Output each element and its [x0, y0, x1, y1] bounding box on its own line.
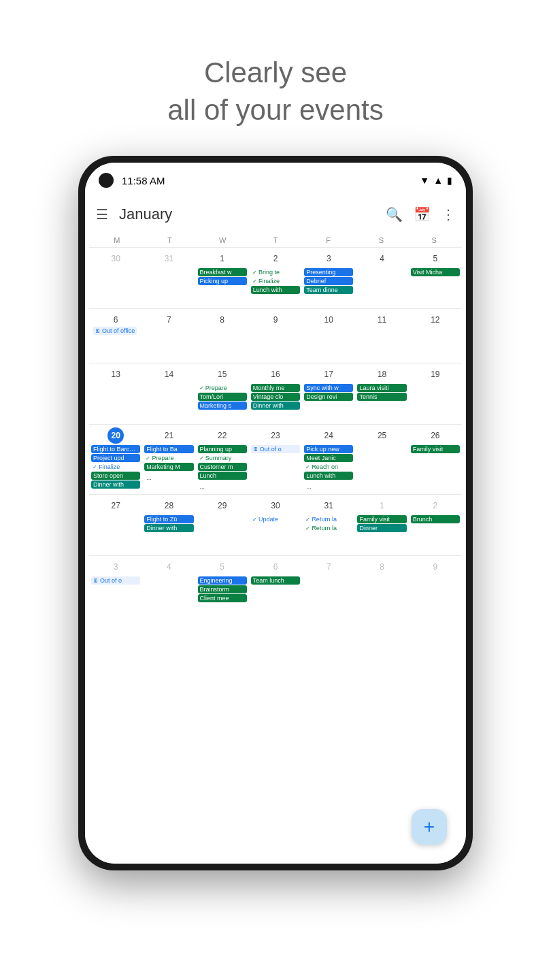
- day-1[interactable]: 1 Breakfast w Picking up: [196, 248, 249, 308]
- day-4-next[interactable]: 4: [142, 556, 195, 610]
- calendar-icon[interactable]: 📅: [414, 206, 431, 223]
- event-flight-ba[interactable]: Flight to Ba: [144, 445, 193, 453]
- day-20[interactable]: 20 Flight to Barcelona Project upd Final…: [89, 425, 142, 494]
- event-brunch[interactable]: Brunch: [411, 515, 460, 523]
- day-30-prev[interactable]: 30: [89, 248, 142, 308]
- event-brainstorm[interactable]: Brainstorm: [198, 585, 247, 593]
- event-meet-janic[interactable]: Meet Janic: [304, 454, 353, 462]
- day-22[interactable]: 22 Planning up Summary Customer m Lunch …: [196, 425, 249, 494]
- day-31-prev[interactable]: 31: [142, 248, 195, 308]
- event-team-lunch[interactable]: Team lunch: [251, 576, 300, 585]
- day-5-next[interactable]: 5 Engineering Brainstorm Client mee: [196, 556, 249, 610]
- event-flight-barcelona[interactable]: Flight to Barcelona: [91, 445, 140, 453]
- more-22[interactable]: ···: [198, 484, 207, 492]
- more-icon[interactable]: ⋮: [441, 206, 455, 223]
- event-finalize1[interactable]: Finalize: [251, 277, 300, 285]
- day-31[interactable]: 31 Return la Return la: [302, 495, 355, 555]
- event-team-dinner[interactable]: Team dinne: [304, 286, 353, 294]
- event-finalize2[interactable]: Finalize: [91, 463, 140, 471]
- day-29[interactable]: 29: [196, 495, 249, 555]
- more-24[interactable]: ···: [304, 484, 314, 492]
- event-prepare2[interactable]: Prepare: [144, 454, 193, 462]
- day-9-next[interactable]: 9: [409, 556, 462, 610]
- day-26[interactable]: 26 Family visit: [409, 425, 462, 494]
- event-bring[interactable]: Bring te: [251, 268, 300, 276]
- event-return[interactable]: Return la: [304, 515, 353, 523]
- day-2-next[interactable]: 2 Brunch: [409, 495, 462, 555]
- day-13[interactable]: 13: [89, 363, 142, 424]
- day-24[interactable]: 24 Pick up new Meet Janic Reach on Lunch…: [302, 425, 355, 494]
- event-pickup[interactable]: Pick up new: [304, 445, 353, 453]
- event-presenting[interactable]: Presenting: [304, 268, 353, 276]
- event-dinner-1[interactable]: Dinner: [357, 524, 406, 532]
- oof-event-3[interactable]: 🗓 Out of o: [91, 576, 140, 585]
- day-18[interactable]: 18 Laura visiti Tennis: [355, 363, 408, 424]
- day-19[interactable]: 19: [409, 363, 462, 424]
- day-2[interactable]: 2 Bring te Finalize Lunch with: [249, 248, 302, 308]
- event-client[interactable]: Client mee: [198, 594, 247, 602]
- event-vintage[interactable]: Vintage clo: [251, 393, 300, 401]
- event-lunch-22[interactable]: Lunch: [198, 472, 247, 480]
- day-28[interactable]: 28 Flight to Zü Dinner with: [142, 495, 195, 555]
- event-engineering[interactable]: Engineering: [198, 576, 247, 585]
- event-customer[interactable]: Customer m: [198, 463, 247, 471]
- day-15[interactable]: 15 Prepare Tom/Lori Marketing s: [196, 363, 249, 424]
- day-16[interactable]: 16 Monthly me Vintage clo Dinner with: [249, 363, 302, 424]
- more-21[interactable]: ···: [144, 475, 154, 483]
- menu-icon[interactable]: ☰: [96, 206, 108, 223]
- event-dinner-with[interactable]: Dinner with: [91, 480, 140, 489]
- day-7[interactable]: 7: [142, 309, 195, 363]
- day-3-next[interactable]: 3 🗓 Out of o: [89, 556, 142, 610]
- day-1-next[interactable]: 1 Family visit Dinner: [355, 495, 408, 555]
- day-27[interactable]: 27: [89, 495, 142, 555]
- event-breakfast[interactable]: Breakfast w: [198, 268, 247, 276]
- day-7-next[interactable]: 7: [302, 556, 355, 610]
- event-flight-zu[interactable]: Flight to Zü: [144, 515, 193, 523]
- event-dinner-28[interactable]: Dinner with: [144, 524, 193, 532]
- day-21[interactable]: 21 Flight to Ba Prepare Marketing M ···: [142, 425, 195, 494]
- event-return2[interactable]: Return la: [304, 524, 353, 532]
- event-lunch-24[interactable]: Lunch with: [304, 472, 353, 480]
- oof-event-23[interactable]: 🗓 Out of o: [251, 445, 300, 453]
- event-picking[interactable]: Picking up: [198, 277, 247, 285]
- day-17[interactable]: 17 Sync with w Design revi: [302, 363, 355, 424]
- event-laura[interactable]: Laura visiti: [357, 384, 406, 392]
- day-5[interactable]: 5 Visit Micha: [409, 248, 462, 308]
- event-project-upd[interactable]: Project upd: [91, 454, 140, 462]
- event-marketing-s[interactable]: Marketing s: [198, 402, 247, 410]
- event-planning[interactable]: Planning up: [198, 445, 247, 453]
- search-icon[interactable]: 🔍: [386, 206, 403, 223]
- day-30[interactable]: 30 Update: [249, 495, 302, 555]
- day-6[interactable]: 6 🗓 Out of office: [89, 309, 142, 363]
- day-23[interactable]: 23 🗓 Out of o: [249, 425, 302, 494]
- event-tennis[interactable]: Tennis: [357, 393, 406, 401]
- fab-add-button[interactable]: +: [412, 809, 447, 845]
- event-update[interactable]: Update: [251, 515, 300, 523]
- day-3[interactable]: 3 Presenting Debrief Team dinne: [302, 248, 355, 308]
- event-reach[interactable]: Reach on: [304, 463, 353, 471]
- event-summary[interactable]: Summary: [198, 454, 247, 462]
- event-design-review[interactable]: Design revi: [304, 393, 353, 401]
- event-monthly[interactable]: Monthly me: [251, 384, 300, 392]
- event-tomlori[interactable]: Tom/Lori: [198, 393, 247, 401]
- day-25[interactable]: 25: [355, 425, 408, 494]
- event-family-visit-1[interactable]: Family visit: [357, 515, 406, 523]
- event-debrief[interactable]: Debrief: [304, 277, 353, 285]
- day-14[interactable]: 14: [142, 363, 195, 424]
- day-8-next[interactable]: 8: [355, 556, 408, 610]
- event-marketing-m[interactable]: Marketing M: [144, 463, 193, 471]
- event-prepare[interactable]: Prepare: [198, 384, 247, 392]
- event-visit-micha[interactable]: Visit Micha: [411, 268, 460, 276]
- event-family-visit-26[interactable]: Family visit: [411, 445, 460, 453]
- event-sync[interactable]: Sync with w: [304, 384, 353, 392]
- oof-event[interactable]: 🗓 Out of office: [93, 327, 137, 335]
- event-store-open[interactable]: Store open: [91, 472, 140, 480]
- day-12[interactable]: 12: [409, 309, 462, 363]
- day-8[interactable]: 8: [196, 309, 249, 363]
- day-9[interactable]: 9: [249, 309, 302, 363]
- day-11[interactable]: 11: [355, 309, 408, 363]
- event-lunch-w[interactable]: Lunch with: [251, 286, 300, 294]
- day-10[interactable]: 10: [302, 309, 355, 363]
- day-6-next[interactable]: 6 Team lunch: [249, 556, 302, 610]
- day-4[interactable]: 4: [355, 248, 408, 308]
